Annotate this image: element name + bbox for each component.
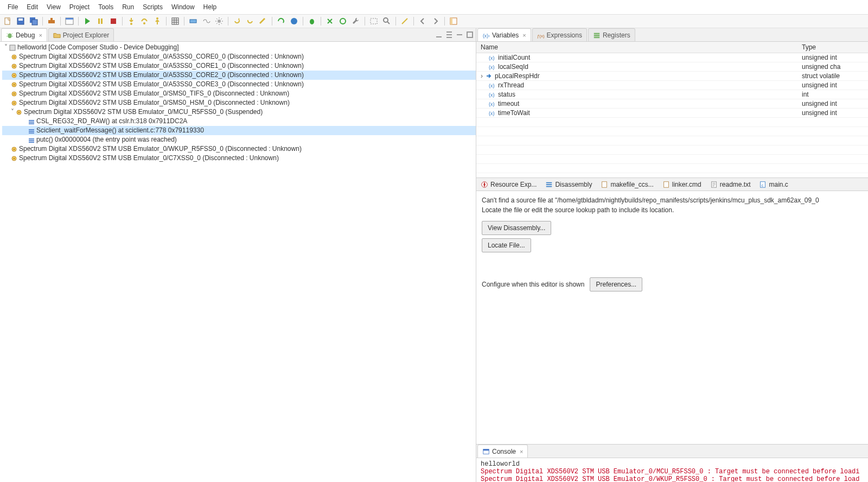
wrench-icon[interactable]: [352, 17, 360, 26]
perspective-icon[interactable]: [449, 17, 458, 26]
refresh2-icon[interactable]: [326, 17, 334, 26]
view-menu-icon[interactable]: [445, 30, 454, 39]
tab-console[interactable]: Console ×: [477, 445, 528, 458]
refresh3-icon[interactable]: [339, 17, 347, 26]
select-icon[interactable]: [369, 17, 378, 26]
tree-core[interactable]: Spectrum Digital XDS560V2 STM USB Emulat…: [2, 144, 476, 154]
maximize-icon[interactable]: [465, 30, 474, 39]
variable-row[interactable]: (x)localSeqIdunsigned cha: [476, 62, 868, 72]
svg-point-31: [14, 56, 15, 58]
tab-expressions[interactable]: ƒ(x) Expressions: [532, 28, 587, 41]
tree-core[interactable]: Spectrum Digital XDS560V2 STM USB Emulat…: [2, 61, 476, 71]
min2-icon[interactable]: [455, 30, 464, 39]
svg-rect-51: [29, 140, 34, 141]
menu-scripts[interactable]: Scripts: [138, 2, 167, 12]
restart-icon[interactable]: [233, 17, 241, 26]
tree-suspended-core[interactable]: ˅ Spectrum Digital XDS560V2 STM USB Emul…: [2, 107, 476, 117]
brush-icon[interactable]: [259, 17, 267, 26]
close-icon[interactable]: ×: [39, 32, 42, 39]
menu-window[interactable]: Window: [167, 2, 199, 12]
build-icon[interactable]: [47, 17, 56, 26]
resume-icon[interactable]: [83, 17, 92, 26]
stack-frame[interactable]: CSL_REG32_RD_RAW() at cslr.h:318 0x7911D…: [2, 117, 476, 126]
twistie-icon[interactable]: ›: [481, 72, 483, 80]
wand-icon[interactable]: [400, 17, 409, 26]
grid-icon[interactable]: [171, 17, 180, 26]
menu-project[interactable]: Project: [65, 2, 94, 12]
variable-row[interactable]: (x)statusint: [476, 90, 868, 99]
variable-row[interactable]: (x)timeoutunsigned int: [476, 99, 868, 109]
tab-resource-explorer[interactable]: Resource Exp...: [476, 179, 541, 190]
forward-icon[interactable]: [431, 17, 440, 26]
menu-view[interactable]: View: [42, 2, 65, 12]
suspend-icon[interactable]: [96, 17, 105, 26]
new-icon[interactable]: [3, 17, 12, 26]
menu-file[interactable]: File: [3, 2, 22, 12]
stack-frame[interactable]: putc() 0x00000004 (the entry point was r…: [2, 135, 476, 144]
tab-makefile[interactable]: makefile_ccs...: [596, 179, 658, 190]
close-icon[interactable]: ×: [522, 32, 526, 39]
locate-file-button[interactable]: Locate File...: [482, 238, 531, 252]
connect-icon[interactable]: [189, 17, 197, 26]
tree-core[interactable]: Spectrum Digital XDS560V2 STM USB Emulat…: [2, 98, 476, 107]
save-all-icon[interactable]: [29, 17, 38, 26]
variables-table[interactable]: Name Type (x)initialCountunsigned int(x)…: [476, 42, 868, 173]
close-icon[interactable]: ×: [520, 448, 523, 455]
tree-core[interactable]: Spectrum Digital XDS560V2 STM USB Emulat…: [2, 80, 476, 89]
view-disassembly-button[interactable]: View Disassembly...: [482, 221, 551, 235]
save-icon[interactable]: [16, 17, 25, 26]
globe-icon[interactable]: [290, 17, 298, 26]
variable-row[interactable]: ›pLocalRespHdrstruct volatile: [476, 72, 868, 81]
debug-tree[interactable]: ˅ helloworld [Code Composer Studio - Dev…: [0, 42, 476, 482]
tab-console-label: Console: [492, 448, 516, 455]
bug-icon[interactable]: [308, 17, 316, 26]
variable-name: pLocalRespHdr: [495, 72, 540, 80]
variable-row[interactable]: (x)rxThreadunsigned int: [476, 81, 868, 90]
col-type[interactable]: Type: [797, 42, 868, 53]
step-into-icon[interactable]: [127, 17, 136, 26]
step-over-icon[interactable]: [140, 17, 149, 26]
tab-debug[interactable]: Debug ×: [1, 28, 47, 41]
svg-text:ƒ(x): ƒ(x): [537, 33, 545, 38]
menu-run[interactable]: Run: [118, 2, 138, 12]
refresh-icon[interactable]: [277, 17, 285, 26]
terminate-icon[interactable]: [109, 17, 118, 26]
target-icon: [11, 63, 17, 69]
stack-frame[interactable]: Sciclient_waitForMessage() at sciclient.…: [2, 126, 476, 135]
tab-main-c[interactable]: c main.c: [755, 179, 792, 190]
variables-view-tabs: (x)= Variables × ƒ(x) Expressions Regist…: [476, 28, 868, 42]
variable-row[interactable]: (x)initialCountunsigned int: [476, 53, 868, 62]
search-icon[interactable]: [382, 17, 391, 26]
tree-core-label: Spectrum Digital XDS560V2 STM USB Emulat…: [19, 52, 304, 61]
tree-core[interactable]: Spectrum Digital XDS560V2 STM USB Emulat…: [2, 89, 476, 98]
tree-core[interactable]: Spectrum Digital XDS560V2 STM USB Emulat…: [2, 52, 476, 61]
twistie-icon[interactable]: ˅: [11, 107, 14, 117]
tab-linker[interactable]: linker.cmd: [658, 179, 706, 190]
step-return-icon[interactable]: [153, 17, 162, 26]
minimize-icon[interactable]: [435, 30, 443, 39]
menu-help[interactable]: Help: [199, 2, 221, 12]
tab-registers[interactable]: Registers: [588, 28, 635, 41]
gear-icon[interactable]: [215, 17, 224, 26]
console-body[interactable]: helloworld Spectrum Digital XDS560V2 STM…: [476, 458, 868, 482]
menu-tools[interactable]: Tools: [94, 2, 118, 12]
restart2-icon[interactable]: [246, 17, 254, 26]
frame-icon: [28, 137, 35, 143]
window-icon[interactable]: [65, 17, 74, 26]
preferences-button[interactable]: Preferences...: [590, 277, 642, 291]
tree-core[interactable]: Spectrum Digital XDS560V2 STM USB Emulat…: [2, 154, 476, 163]
tree-core[interactable]: Spectrum Digital XDS560V2 STM USB Emulat…: [2, 71, 476, 80]
tab-disassembly[interactable]: Disassembly: [541, 179, 596, 190]
tab-variables[interactable]: (x)= Variables ×: [477, 28, 531, 41]
link-icon[interactable]: [202, 17, 210, 26]
twistie-icon[interactable]: ˅: [4, 43, 8, 52]
console-title: helloworld: [481, 460, 864, 468]
tab-readme[interactable]: readme.txt: [706, 179, 755, 190]
variable-row[interactable]: (x)timeToWaitunsigned int: [476, 109, 868, 118]
back-icon[interactable]: [418, 17, 427, 26]
tree-root[interactable]: ˅ helloworld [Code Composer Studio - Dev…: [2, 43, 476, 52]
tab-project-explorer[interactable]: Project Explorer: [48, 28, 114, 41]
menubar: File Edit View Project Tools Run Scripts…: [0, 0, 868, 14]
menu-edit[interactable]: Edit: [22, 2, 42, 12]
col-name[interactable]: Name: [476, 42, 797, 53]
